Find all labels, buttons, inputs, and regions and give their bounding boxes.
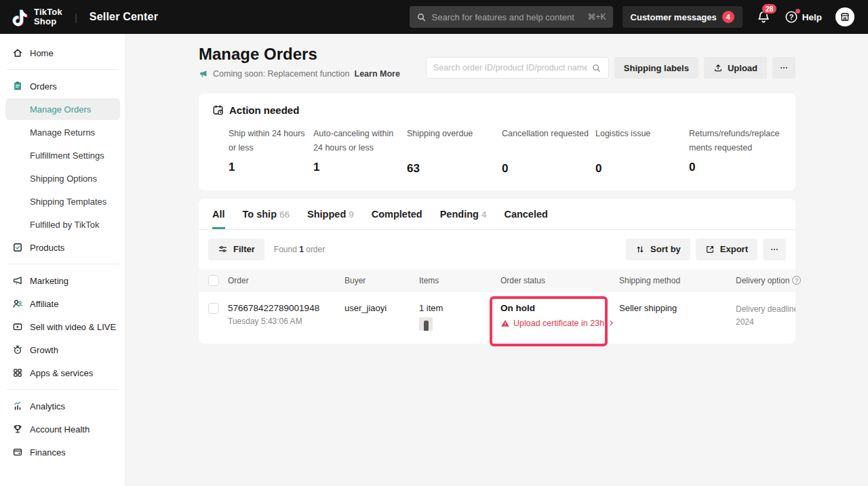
sidebar-item-shipping-templates[interactable]: Shipping Templates	[5, 190, 120, 212]
learn-more-link[interactable]: Learn More	[355, 69, 400, 79]
sidebar-item-fulfilled-by-tiktok[interactable]: Fulfilled by TikTok	[5, 214, 120, 235]
shipping-labels-label: Shipping labels	[624, 63, 689, 73]
order-time: Tuesday 5:43:06 AM	[228, 317, 319, 326]
chevron-right-icon	[608, 319, 615, 327]
sidebar-item-label: Marketing	[30, 276, 68, 286]
order-tabs: All To ship 66 Shipped 9 Completed Pendi	[199, 199, 795, 230]
calendar-clock-icon	[212, 104, 224, 116]
column-order-status: Order status	[500, 276, 619, 285]
sidebar-item-manage-returns[interactable]: Manage Returns	[5, 121, 120, 143]
sidebar-item-fulfillment-settings[interactable]: Fulfillment Settings	[5, 144, 120, 166]
global-search-placeholder: Search for features and help content	[432, 12, 583, 22]
tab-pending[interactable]: Pending 4	[440, 199, 487, 229]
stat-returns-requested[interactable]: Returns/refunds/replacements requested 0	[689, 127, 782, 176]
column-buyer: Buyer	[344, 276, 419, 285]
announcement-banner: Coming soon: Replacement function Learn …	[199, 69, 400, 79]
tab-label: All	[212, 209, 225, 220]
customer-messages-button[interactable]: Customer messages 4	[623, 6, 743, 28]
items-count: 1 item	[419, 303, 500, 313]
found-count-number: 1	[299, 245, 304, 254]
orders-toolbar: Filter Found 1 order Sort by	[199, 230, 795, 269]
sidebar-item-label: Fulfilled by TikTok	[30, 220, 100, 230]
topbar-divider: |	[75, 12, 77, 23]
sidebar-item-finances[interactable]: Finances	[5, 441, 120, 463]
sidebar-item-products[interactable]: Products	[5, 237, 120, 258]
search-shortcut: ⌘+K	[588, 12, 606, 22]
order-search-input[interactable]	[433, 63, 587, 73]
growth-icon	[12, 344, 23, 355]
sidebar-item-shipping-options[interactable]: Shipping Options	[5, 167, 120, 189]
product-thumbnail[interactable]	[419, 317, 433, 331]
sidebar-divider	[7, 389, 119, 390]
sort-icon	[635, 245, 645, 254]
found-count-text: Found 1 order	[274, 245, 325, 254]
sidebar-item-account-health[interactable]: Account Health	[5, 418, 120, 440]
apps-icon	[12, 367, 23, 378]
sidebar-item-growth[interactable]: Growth	[5, 339, 120, 361]
stat-value: 1	[313, 161, 407, 174]
export-button[interactable]: Export	[696, 239, 757, 260]
delivery-deadline-line1: Delivery deadline: Ju	[736, 303, 795, 316]
help-label: Help	[802, 12, 822, 22]
more-icon	[770, 245, 779, 254]
tab-canceled[interactable]: Canceled	[504, 199, 547, 229]
topbar: TikTok Shop | Seller Center Search for f…	[0, 0, 868, 34]
svg-text:?: ?	[789, 13, 793, 21]
stat-label: Logistics issue	[595, 127, 689, 141]
stat-shipping-overdue[interactable]: Shipping overdue 63	[407, 127, 502, 176]
sidebar-item-affiliate[interactable]: Affiliate	[5, 293, 120, 315]
upload-certificate-link[interactable]: Upload certificate in 23h	[500, 319, 619, 328]
search-icon[interactable]	[591, 63, 601, 73]
tiktok-shop-logo[interactable]: TikTok Shop	[11, 7, 62, 27]
sidebar-item-sell-with-video-live[interactable]: Sell with video & LIVE	[5, 316, 120, 338]
more-actions-button[interactable]	[772, 57, 795, 79]
sidebar-item-analytics[interactable]: Analytics	[5, 395, 120, 417]
stat-label: Cancellation requested	[502, 127, 595, 141]
tab-label: Shipped	[307, 209, 346, 220]
sidebar-item-home[interactable]: Home	[5, 42, 120, 64]
sidebar-item-apps-services[interactable]: Apps & services	[5, 362, 120, 384]
notifications-button[interactable]: 28	[756, 9, 771, 24]
filter-icon	[218, 244, 228, 254]
sidebar-item-orders[interactable]: Orders	[5, 75, 120, 97]
select-all-checkbox[interactable]	[208, 275, 219, 286]
more-table-actions-button[interactable]	[763, 239, 786, 260]
buyer-name[interactable]: user_jiaoyi	[344, 303, 419, 313]
orders-panel: All To ship 66 Shipped 9 Completed Pendi	[199, 199, 795, 344]
row-checkbox[interactable]	[208, 303, 219, 314]
sort-by-button[interactable]: Sort by	[626, 239, 690, 260]
stat-logistics-issue[interactable]: Logistics issue 0	[595, 127, 689, 176]
shipping-labels-button[interactable]: Shipping labels	[614, 57, 698, 79]
upload-label: Upload	[728, 63, 757, 73]
sidebar-item-manage-orders[interactable]: Manage Orders	[5, 98, 120, 120]
stat-cancellation-requested[interactable]: Cancellation requested 0	[502, 127, 595, 176]
filter-button[interactable]: Filter	[208, 239, 264, 260]
account-health-icon	[12, 424, 23, 434]
stat-value: 0	[502, 162, 595, 176]
help-button[interactable]: ? Help	[785, 10, 822, 24]
stat-auto-canceling[interactable]: Auto-canceling within 24 hours or less 1	[313, 127, 407, 176]
tab-shipped[interactable]: Shipped 9	[307, 199, 354, 229]
export-label: Export	[720, 244, 748, 254]
shop-avatar[interactable]	[835, 7, 854, 26]
sidebar-item-marketing[interactable]: Marketing	[5, 270, 120, 291]
global-search-input[interactable]: Search for features and help content ⌘+K	[410, 6, 613, 28]
action-needed-stats: Ship within 24 hours or less 1 Auto-canc…	[212, 127, 782, 176]
order-id[interactable]: 576678422789001948	[228, 303, 319, 313]
order-row[interactable]: 576678422789001948 Tuesday 5:43:06 AM us…	[199, 292, 795, 344]
shipping-method: Seller shipping	[619, 303, 736, 313]
tab-all[interactable]: All	[212, 199, 225, 229]
order-status: On hold	[500, 303, 619, 313]
tab-label: Completed	[372, 209, 422, 220]
tab-completed[interactable]: Completed	[372, 199, 422, 229]
delivery-option-info-icon[interactable]: ?	[792, 276, 801, 285]
upload-button[interactable]: Upload	[704, 57, 767, 79]
tab-count: 66	[279, 209, 290, 220]
stat-label: Returns/refunds/replacements requested	[689, 127, 782, 155]
tab-to-ship[interactable]: To ship 66	[243, 199, 290, 229]
sidebar-divider	[7, 69, 119, 70]
stat-ship-within-24h[interactable]: Ship within 24 hours or less 1	[229, 127, 313, 176]
upload-icon	[713, 63, 723, 73]
marketing-icon	[12, 275, 23, 286]
notifications-badge: 28	[762, 3, 778, 14]
